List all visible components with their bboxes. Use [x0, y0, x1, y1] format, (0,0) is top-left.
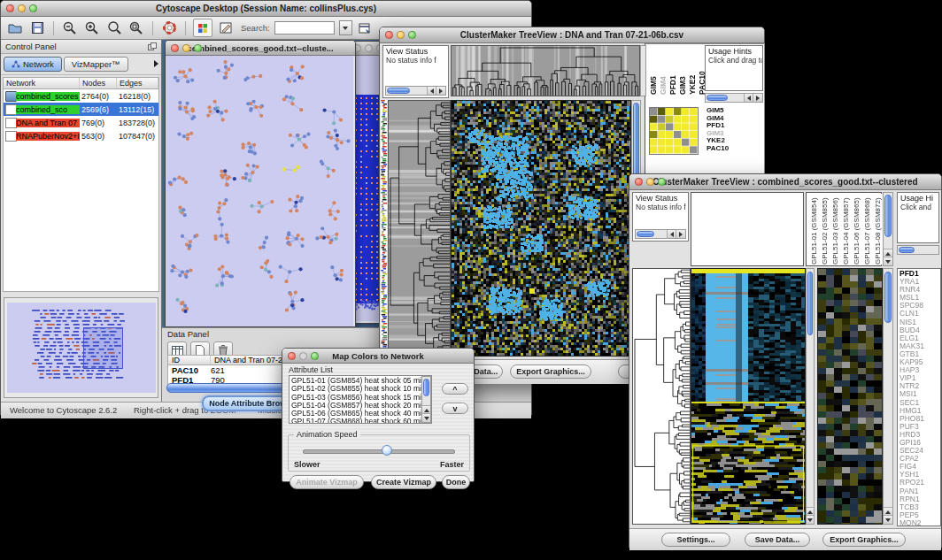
tab-vizmapper[interactable]: VizMapper™	[64, 57, 128, 72]
save-icon[interactable]	[28, 19, 46, 36]
help-ring-icon[interactable]	[160, 19, 178, 36]
column-label[interactable]: GPL51-06 (GSM865)	[852, 194, 861, 265]
save-data-button[interactable]: Save Data...	[745, 533, 810, 547]
float-panel-icon[interactable]	[148, 42, 157, 50]
scroll-down-icon[interactable]	[884, 257, 892, 265]
done-button[interactable]: Done	[442, 475, 470, 489]
zoom-selected-icon[interactable]	[105, 19, 123, 36]
column-label[interactable]: GPL51-02 (GSM855)	[820, 194, 830, 265]
sub-heatmap-vscrollbar[interactable]	[883, 268, 893, 525]
settings-button[interactable]: Settings...	[661, 533, 730, 547]
move-down-button[interactable]: v	[442, 403, 468, 414]
tv1-heatmap[interactable]	[452, 101, 630, 356]
usage-hints-scrollbar[interactable]	[897, 245, 939, 255]
row-dendrogram-panel[interactable]	[632, 268, 691, 525]
column-label[interactable]: GIM4	[659, 45, 668, 95]
network-view-window[interactable]: combined_scores_good.txt--cluste...	[165, 40, 356, 327]
network-list-row[interactable]: RNAPuberNov2+I 563(0) 107847(0)	[4, 129, 158, 142]
tv1-mini-heatmap[interactable]	[650, 108, 698, 154]
search-input[interactable]	[274, 21, 335, 35]
close-icon[interactable]	[635, 178, 643, 186]
network-list-row[interactable]: combined_scores_ 2764(0) 16218(0)	[4, 89, 158, 103]
scroll-right-icon[interactable]	[436, 87, 445, 95]
column-dendrogram-panel[interactable]	[451, 45, 640, 96]
tv2-row-dendrogram[interactable]	[633, 269, 690, 524]
zoom-window-icon[interactable]	[29, 4, 37, 12]
zoom-in-icon[interactable]	[83, 19, 101, 36]
tab-network[interactable]: Network	[4, 57, 62, 72]
treeview-dna-titlebar[interactable]: ClusterMaker TreeView : DNA and Tran 07-…	[380, 27, 764, 43]
zoom-window-icon[interactable]	[311, 352, 319, 360]
network-list-header[interactable]: Network Nodes Edges	[4, 78, 158, 89]
move-up-button[interactable]: ^	[442, 383, 468, 395]
animate-vizmap-button[interactable]: Animate Vizmap	[290, 475, 364, 489]
tv1-col-dendrogram[interactable]	[452, 46, 639, 96]
network-list-row[interactable]: DNA and Tran 07 769(0) 183728(0)	[4, 116, 158, 129]
export-graphics-button[interactable]: Export Graphics...	[822, 533, 906, 547]
column-label[interactable]: GPL51-08 (GSM872)	[873, 194, 883, 265]
minimize-icon[interactable]	[182, 44, 190, 52]
column-label[interactable]: GIM3	[678, 45, 687, 95]
similarity-heatmap-panel[interactable]	[649, 107, 699, 155]
column-label[interactable]: GPL51-03 (GSM856)	[830, 194, 840, 265]
tv2-heatmap[interactable]	[691, 269, 805, 524]
tv1-row-dendrogram[interactable]	[389, 101, 450, 356]
minimize-icon[interactable]	[397, 31, 405, 39]
zoom-window-icon[interactable]	[658, 178, 666, 186]
zoom-out-icon[interactable]	[61, 19, 79, 36]
column-label[interactable]: GPL51-01 (GSM854)	[809, 194, 819, 265]
view-status-scrollbar[interactable]	[385, 86, 446, 96]
network-a-canvas[interactable]	[166, 56, 353, 326]
row-dendrogram-panel[interactable]	[388, 100, 451, 357]
annotation-icon[interactable]	[217, 19, 235, 36]
column-label[interactable]: GPL51-04 (GSM857)	[841, 194, 851, 265]
heatmap-panel[interactable]	[451, 100, 631, 357]
heatmap-vscrollbar[interactable]	[806, 268, 815, 525]
zoom-window-icon[interactable]	[194, 44, 202, 52]
minimize-icon[interactable]	[18, 4, 26, 12]
close-icon[interactable]	[288, 352, 296, 360]
column-label[interactable]: GPL51-07 (GSM868)	[862, 194, 872, 265]
attribute-listbox[interactable]: GPL51-01 (GSM854) heat shock 05 minGPL51…	[289, 375, 432, 424]
cytoscape-titlebar[interactable]: Cytoscape Desktop (Session Name: collins…	[1, 1, 531, 17]
treeview-combined-titlebar[interactable]: ClusterMaker TreeView : combined_scores_…	[629, 174, 941, 190]
tv2-sub-heatmap[interactable]	[818, 269, 882, 524]
overview-canvas[interactable]	[7, 303, 156, 393]
zoom-window-icon[interactable]	[408, 31, 416, 39]
mini-vscrollbar[interactable]	[640, 45, 646, 96]
scroll-right-icon[interactable]	[676, 230, 685, 238]
attribute-item[interactable]: GPL51-07 (GSM868) heat shock 60 min	[291, 418, 429, 424]
column-dendrogram-empty[interactable]	[691, 192, 804, 266]
scroll-down-icon[interactable]	[884, 515, 892, 524]
scroll-down-icon[interactable]	[422, 413, 430, 422]
minimize-icon[interactable]	[646, 178, 654, 186]
data-panel-scrollbar[interactable]	[166, 383, 292, 393]
heatmap-panel[interactable]	[691, 268, 806, 525]
close-icon[interactable]	[171, 44, 179, 52]
close-icon[interactable]	[385, 31, 393, 39]
search-dropdown-icon[interactable]	[339, 20, 352, 35]
labels-vscrollbar[interactable]	[883, 192, 893, 266]
sub-heatmap-panel[interactable]	[817, 268, 883, 525]
vizmapper-icon[interactable]	[193, 19, 212, 37]
column-label[interactable]: GIM5	[649, 45, 658, 95]
minimize-icon[interactable]	[299, 352, 307, 360]
slider-thumb[interactable]	[382, 445, 392, 456]
minimize-icon[interactable]	[365, 44, 373, 52]
network-overview-panel[interactable]	[4, 297, 158, 398]
column-label[interactable]: YKE2	[688, 45, 697, 95]
dialog-titlebar[interactable]: Map Colors to Network	[282, 349, 474, 364]
scroll-down-icon[interactable]	[807, 515, 814, 524]
create-vizmap-button[interactable]: Create Vizmap	[371, 475, 436, 489]
gene-label[interactable]: MON2	[900, 519, 938, 526]
row-label[interactable]: PAC10	[706, 145, 747, 153]
open-icon[interactable]	[6, 19, 24, 36]
zoom-fit-icon[interactable]	[127, 19, 145, 36]
window-controls[interactable]	[6, 4, 37, 12]
export-graphics-button[interactable]: Export Graphics...	[510, 364, 591, 379]
view-status-scrollbar[interactable]	[635, 229, 686, 239]
scroll-right-icon[interactable]	[753, 94, 762, 102]
attribute-browser-icon[interactable]	[357, 19, 374, 36]
usage-hints-scrollbar[interactable]	[705, 93, 763, 103]
column-label[interactable]: PFD1	[668, 45, 677, 95]
